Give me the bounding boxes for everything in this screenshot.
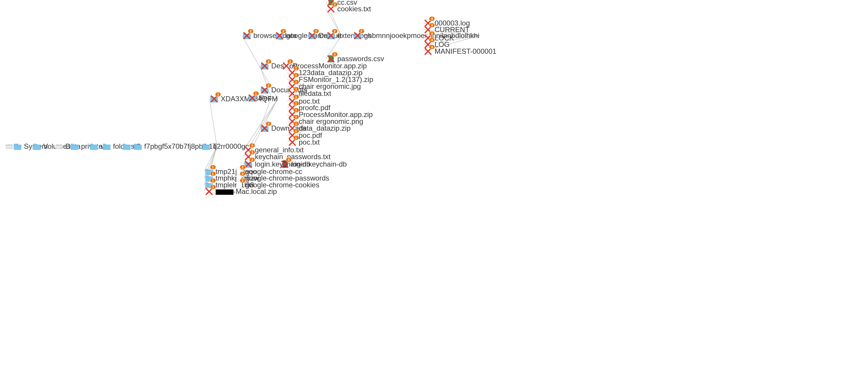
edge-layer — [0, 0, 868, 378]
count-badge: 2 — [332, 29, 337, 33]
count-badge: 3 — [332, 52, 337, 56]
node-longdir[interactable]: f7pbgf5x70b7fj8pbfh1q2rr0000gn — [133, 141, 250, 151]
node-label: T — [213, 141, 217, 151]
folder-del-icon: 2 — [326, 31, 336, 40]
file-del-icon: 3 — [326, 4, 336, 14]
folder-icon — [13, 141, 22, 151]
count-badge: 1 — [210, 165, 216, 169]
count-badge: 1 — [215, 92, 221, 96]
node-label: files — [259, 93, 272, 103]
count-badge: 4 — [429, 38, 435, 42]
node-label: MANIFEST-000001 — [435, 46, 496, 56]
folder-icon — [89, 141, 99, 151]
count-badge: 2 — [240, 165, 245, 169]
folder-del-icon: 1 — [210, 94, 219, 104]
count-badge: 3 — [250, 158, 255, 162]
node-T[interactable]: T — [202, 141, 217, 151]
count-badge: 2 — [248, 29, 253, 33]
count-badge: 1 — [293, 80, 299, 84]
folder-del-icon: 2 — [353, 31, 363, 40]
count-badge: 4 — [429, 17, 435, 21]
folder-icon — [202, 141, 211, 151]
count-badge: 1 — [293, 115, 299, 119]
folder-icon — [133, 141, 143, 151]
svg-point-5 — [61, 147, 61, 148]
folder-icon — [70, 141, 79, 151]
file-del-icon: 3 — [205, 187, 214, 196]
count-badge: 4 — [286, 158, 291, 162]
count-badge: 2 — [359, 29, 364, 33]
node-label: cookies.txt — [337, 4, 371, 14]
count-badge: 1 — [293, 136, 299, 140]
count-badge: 4 — [429, 45, 435, 49]
folder-icon — [122, 141, 131, 151]
count-badge: 1 — [293, 95, 299, 99]
node-label: f7pbgf5x70b7fj8pbfh1q2rr0000gn — [144, 141, 250, 151]
count-badge: 3 — [332, 2, 337, 6]
count-badge: 2 — [266, 122, 271, 126]
node-manifest[interactable]: 4MANIFEST-000001 — [423, 46, 496, 56]
svg-rect-1 — [6, 145, 12, 146]
folder-icon — [102, 141, 112, 151]
node-label: google-chrome-cookies — [245, 180, 319, 190]
count-badge: 1 — [293, 129, 299, 133]
count-badge: 2 — [281, 29, 286, 33]
svg-rect-4 — [56, 145, 62, 146]
node-cookies[interactable]: 3cookies.txt — [326, 4, 371, 14]
folder-del-icon: 2 — [260, 124, 270, 133]
count-badge: 1 — [210, 179, 216, 183]
count-badge: 1 — [287, 59, 293, 64]
count-badge: 2 — [240, 171, 245, 176]
count-badge: 2 — [266, 84, 271, 88]
count-badge: 1 — [293, 108, 299, 112]
node-files[interactable]: 1files — [247, 93, 272, 103]
count-badge: 4 — [429, 23, 435, 27]
folder-del-icon: 1 — [247, 93, 257, 103]
file-icon: 2 — [234, 180, 244, 190]
count-badge: 1 — [293, 122, 299, 126]
node-gck[interactable]: 2google-chrome-cookies — [234, 180, 319, 190]
folder-del-icon: 2 — [275, 31, 284, 40]
count-badge: 1 — [293, 73, 299, 77]
count-badge: 3 — [210, 185, 216, 189]
count-badge: 2 — [240, 179, 245, 183]
count-badge: 2 — [313, 29, 319, 33]
count-badge: 1 — [253, 91, 259, 96]
folder-del-icon: 2 — [242, 31, 252, 40]
folder-del-icon: 2 — [260, 61, 270, 71]
folder-del-icon: 2 — [260, 85, 270, 95]
count-badge: 1 — [293, 101, 299, 105]
redacted-text — [216, 189, 234, 195]
svg-point-2 — [11, 147, 12, 148]
count-badge: 1 — [293, 66, 299, 70]
file-tree-diagram: /SystemVolumesDataprivatevarfolderss3f7p… — [0, 0, 868, 378]
count-badge: 1 — [210, 171, 216, 176]
count-badge: 2 — [266, 59, 271, 64]
count-badge: 3 — [250, 144, 255, 148]
file-del-icon: 4 — [423, 46, 433, 56]
drive-icon — [54, 141, 64, 151]
folder-icon — [32, 141, 41, 151]
count-badge: 4 — [429, 31, 435, 36]
count-badge: 1 — [293, 87, 299, 91]
folder-del-icon: 2 — [307, 31, 317, 40]
count-badge: 3 — [250, 150, 255, 154]
tree-edge — [210, 99, 217, 147]
